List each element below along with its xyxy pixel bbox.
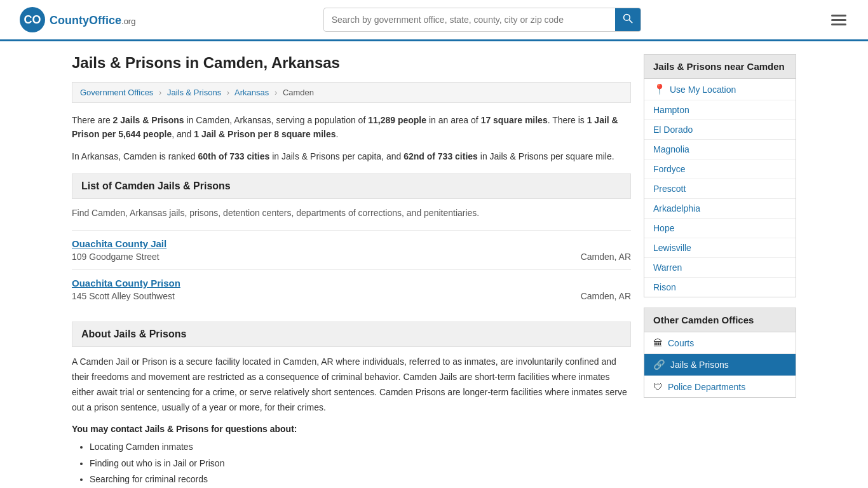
sidebar-city-7[interactable]: Hope (644, 219, 796, 238)
svg-point-2 (623, 15, 630, 21)
ranking-text: In Arkansas, Camden is ranked 60th of 73… (72, 149, 631, 163)
sidebar-city-1[interactable]: Hampton (644, 100, 796, 120)
about-text: A Camden Jail or Prison is a secure faci… (72, 355, 631, 415)
menu-line-2 (831, 19, 846, 21)
breadcrumb: Government Offices › Jails & Prisons › A… (72, 82, 631, 103)
use-my-location[interactable]: 📍 Use My Location (644, 79, 796, 100)
police-link[interactable]: Police Departments (668, 382, 745, 392)
sidebar-city-8[interactable]: Lewisville (644, 238, 796, 258)
breadcrumb-link-1[interactable]: Government Offices (80, 88, 153, 97)
city-link-1[interactable]: Hampton (653, 105, 689, 115)
list-intro: Find Camden, Arkansas jails, prisons, de… (72, 207, 631, 220)
logo-icon: CO (19, 6, 46, 33)
sidebar-city-5[interactable]: Prescott (644, 179, 796, 199)
city-link-7[interactable]: Hope (653, 223, 674, 233)
search-input[interactable] (324, 10, 615, 30)
sidebar-city-6[interactable]: Arkadelphia (644, 199, 796, 219)
sidebar-city-9[interactable]: Warren (644, 258, 796, 278)
facility-row-1: Ouachita County Jail 109 Goodgame Street… (72, 230, 631, 269)
sidebar-city-2[interactable]: El Dorado (644, 120, 796, 140)
svg-text:CO: CO (24, 13, 41, 26)
description-text: There are 2 Jails & Prisons in Camden, A… (72, 113, 631, 142)
pin-icon: 📍 (653, 83, 666, 95)
rank1: 60th of 733 cities (198, 151, 269, 161)
office-police[interactable]: 🛡 Police Departments (644, 376, 796, 397)
city-link-10[interactable]: Rison (653, 282, 676, 292)
facility-name-2[interactable]: Ouachita County Prison (72, 278, 631, 288)
facility-address-2: 145 Scott Alley Southwest (72, 291, 175, 301)
other-offices-section: 🏛 Courts 🔗 Jails & Prisons 🛡 Police Depa… (644, 332, 796, 398)
about-section: About Jails & Prisons A Camden Jail or P… (72, 322, 631, 487)
ratio2: 1 Jail & Prison per 8 square miles (194, 129, 336, 139)
facilities-list: Ouachita County Jail 109 Goodgame Street… (72, 230, 631, 309)
menu-button[interactable] (829, 12, 849, 28)
logo[interactable]: CO CountyOffice.org (19, 6, 135, 33)
breadcrumb-sep-2: › (227, 88, 229, 97)
use-my-location-label: Use My Location (670, 85, 736, 95)
courts-link[interactable]: Courts (668, 338, 694, 348)
sidebar-city-3[interactable]: Magnolia (644, 140, 796, 159)
sidebar: Jails & Prisons near Camden 📍 Use My Loc… (644, 54, 796, 487)
jails-label: Jails & Prisons (670, 360, 729, 370)
facility-city-1: Camden, AR (581, 252, 631, 262)
search-bar (323, 8, 641, 32)
about-header: About Jails & Prisons (72, 322, 631, 347)
facility-name-1[interactable]: Ouachita County Jail (72, 238, 631, 249)
page-title: Jails & Prisons in Camden, Arkansas (72, 54, 631, 72)
city-link-6[interactable]: Arkadelphia (653, 203, 700, 214)
facility-row-2: Ouachita County Prison 145 Scott Alley S… (72, 269, 631, 309)
city-link-4[interactable]: Fordyce (653, 164, 686, 174)
sidebar-city-4[interactable]: Fordyce (644, 159, 796, 179)
city-link-3[interactable]: Magnolia (653, 144, 689, 154)
breadcrumb-link-3[interactable]: Arkansas (234, 88, 269, 97)
facility-city-2: Camden, AR (581, 291, 631, 301)
menu-line-3 (831, 24, 846, 25)
nearby-header: Jails & Prisons near Camden (644, 54, 796, 79)
sidebar-city-10[interactable]: Rison (644, 278, 796, 297)
facility-address-1: 109 Goodgame Street (72, 252, 159, 262)
police-icon: 🛡 (653, 381, 663, 392)
contact-list: Locating Camden inmates Finding out who … (72, 439, 631, 487)
logo-text: CountyOffice.org (50, 13, 135, 27)
contact-label: You may contact Jails & Prisons for ques… (72, 424, 631, 434)
contact-item-1: Locating Camden inmates (90, 439, 631, 455)
city-link-2[interactable]: El Dorado (653, 125, 693, 135)
search-icon (623, 13, 633, 24)
rank2: 62nd of 733 cities (403, 151, 478, 161)
courts-icon: 🏛 (653, 337, 663, 348)
other-offices-header: Other Camden Offices (644, 308, 796, 332)
population: 11,289 people (368, 115, 426, 125)
breadcrumb-sep-3: › (275, 88, 277, 97)
list-section-header: List of Camden Jails & Prisons (72, 173, 631, 199)
contact-item-2: Finding out who is in Jail or Prison (90, 456, 631, 471)
jails-icon: 🔗 (653, 359, 665, 370)
search-button[interactable] (615, 8, 641, 31)
breadcrumb-link-2[interactable]: Jails & Prisons (167, 88, 221, 97)
city-link-9[interactable]: Warren (653, 262, 682, 273)
svg-line-3 (629, 20, 632, 23)
jail-count: 2 Jails & Prisons (113, 115, 184, 125)
area: 17 square miles (481, 115, 548, 125)
contact-item-3: Searching for criminal records (90, 471, 631, 487)
menu-line-1 (831, 15, 846, 17)
breadcrumb-current: Camden (283, 88, 314, 97)
office-courts[interactable]: 🏛 Courts (644, 332, 796, 354)
office-jails[interactable]: 🔗 Jails & Prisons (644, 354, 796, 376)
city-link-8[interactable]: Lewisville (653, 243, 691, 253)
nearby-section: 📍 Use My Location Hampton El Dorado Magn… (644, 79, 796, 297)
breadcrumb-sep-1: › (159, 88, 161, 97)
city-link-5[interactable]: Prescott (653, 184, 686, 194)
